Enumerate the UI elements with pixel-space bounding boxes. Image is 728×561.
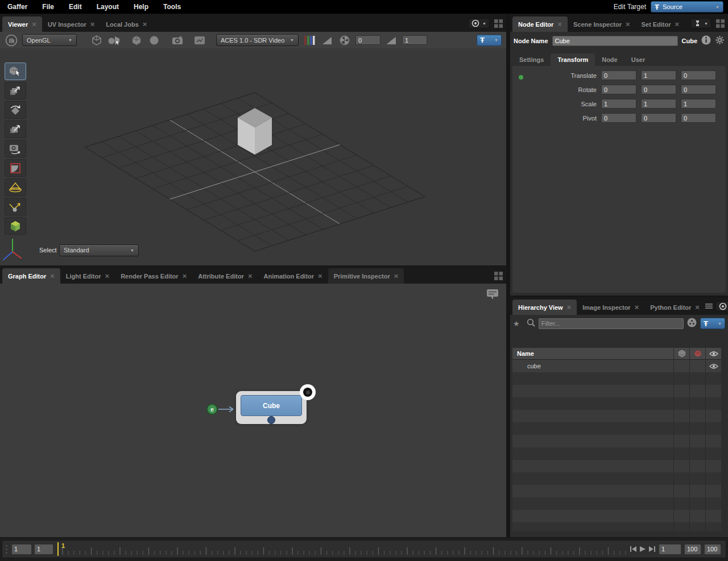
pivot-y-input[interactable] bbox=[641, 113, 676, 123]
tab-scene-inspector[interactable]: Scene Inspector × bbox=[568, 16, 636, 32]
tab-local-jobs[interactable]: Local Jobs × bbox=[100, 16, 152, 32]
unbound-column-header[interactable] bbox=[689, 348, 705, 359]
node-selection-frame[interactable]: Cube bbox=[236, 391, 307, 424]
tab-viewer[interactable]: Viewer × bbox=[2, 16, 42, 32]
rotate-x-input[interactable] bbox=[601, 85, 636, 94]
exposure-input[interactable] bbox=[355, 35, 380, 45]
skip-to-start-button[interactable] bbox=[630, 545, 637, 553]
annotation-bubble-icon[interactable] bbox=[486, 288, 499, 303]
translate-y-input[interactable] bbox=[641, 70, 676, 80]
close-icon[interactable]: × bbox=[50, 272, 55, 280]
tab-node-editor[interactable]: Node Editor × bbox=[512, 16, 568, 32]
camera-icon[interactable] bbox=[171, 34, 184, 47]
section-tab-transform[interactable]: Transform bbox=[551, 53, 595, 66]
tab-python-editor[interactable]: Python Editor × bbox=[644, 300, 705, 315]
close-icon[interactable]: × bbox=[695, 304, 700, 311]
playback-start-input[interactable] bbox=[34, 544, 53, 555]
light-edit-tool-button[interactable] bbox=[5, 198, 26, 215]
light-tool-button[interactable] bbox=[5, 178, 26, 196]
filter-input[interactable] bbox=[539, 318, 684, 329]
tab-image-inspector[interactable]: Image Inspector × bbox=[577, 300, 644, 315]
close-icon[interactable]: × bbox=[675, 20, 679, 28]
tab-render-pass-editor[interactable]: Render Pass Editor × bbox=[115, 268, 192, 284]
close-icon[interactable]: × bbox=[183, 272, 187, 280]
range-start-input[interactable] bbox=[11, 544, 32, 555]
gamma-input[interactable] bbox=[402, 35, 427, 45]
translate-x-input[interactable] bbox=[601, 70, 636, 80]
visibility-column-header[interactable] bbox=[705, 348, 721, 359]
viewer-target-menu[interactable]: ▼ bbox=[468, 18, 490, 28]
solid-cube-icon[interactable] bbox=[130, 34, 143, 47]
hierarchy-row-cube[interactable]: cube bbox=[512, 360, 721, 372]
close-icon[interactable]: × bbox=[635, 304, 639, 311]
info-icon[interactable] bbox=[701, 35, 711, 47]
tab-animation-editor[interactable]: Animation Editor × bbox=[258, 268, 328, 284]
tab-set-editor[interactable]: Set Editor × bbox=[636, 16, 685, 32]
close-icon[interactable]: × bbox=[567, 304, 572, 311]
list-menu-icon[interactable] bbox=[705, 301, 713, 311]
gear-icon[interactable] bbox=[715, 35, 725, 47]
current-frame-input[interactable] bbox=[659, 544, 681, 555]
filter-settings-icon[interactable] bbox=[687, 318, 697, 330]
node-graph-canvas[interactable]: e Cube bbox=[0, 284, 506, 537]
channel-bars-icon[interactable] bbox=[303, 34, 316, 47]
bound-column-header[interactable] bbox=[673, 348, 689, 359]
renderer-dropdown[interactable]: OpenGL ▼ bbox=[22, 34, 77, 46]
playback-end-input[interactable] bbox=[684, 544, 701, 555]
viewport-3d[interactable]: Select Standard ▼ bbox=[0, 48, 506, 265]
node-name-input[interactable] bbox=[552, 36, 678, 46]
close-icon[interactable]: × bbox=[626, 20, 630, 28]
node-output-plug[interactable] bbox=[267, 416, 275, 424]
range-end-input[interactable] bbox=[704, 544, 721, 555]
scale-x-input[interactable] bbox=[601, 99, 636, 109]
menu-layout[interactable]: Layout bbox=[89, 0, 126, 14]
menu-edit[interactable]: Edit bbox=[61, 0, 89, 14]
shaded-select-mode-icon[interactable] bbox=[107, 34, 121, 47]
cube-node[interactable]: Cube bbox=[241, 395, 302, 416]
close-icon[interactable]: × bbox=[105, 272, 110, 280]
close-icon[interactable]: × bbox=[318, 272, 322, 280]
aperture-icon[interactable] bbox=[338, 34, 351, 47]
drag-handle-icon[interactable] bbox=[3, 545, 9, 554]
tab-primitive-inspector[interactable]: Primitive Inspector × bbox=[328, 268, 404, 284]
scene-cube-tool-button[interactable] bbox=[5, 217, 26, 235]
gamma-curve-icon[interactable] bbox=[384, 34, 398, 47]
close-icon[interactable]: × bbox=[32, 20, 36, 28]
menu-help[interactable]: Help bbox=[126, 0, 156, 14]
select-tool-button[interactable] bbox=[5, 63, 26, 80]
tab-attribute-editor[interactable]: Attribute Editor × bbox=[192, 268, 258, 284]
close-icon[interactable]: × bbox=[143, 20, 147, 28]
image-view-icon[interactable] bbox=[193, 34, 206, 47]
frame-ruler[interactable]: 1 bbox=[56, 541, 630, 558]
tab-hierarchy-view[interactable]: Hierarchy View × bbox=[512, 300, 577, 315]
layout-grid-icon[interactable] bbox=[494, 19, 503, 28]
viewer-edit-scope-button[interactable]: Ŧ ▼ bbox=[477, 35, 502, 46]
menu-file[interactable]: File bbox=[35, 0, 61, 14]
sphere-shading-icon[interactable] bbox=[147, 34, 161, 47]
close-icon[interactable]: × bbox=[90, 20, 95, 28]
play-button[interactable] bbox=[639, 545, 646, 553]
exposure-triangle-icon[interactable] bbox=[320, 34, 334, 47]
visibility-toggle[interactable] bbox=[705, 360, 721, 372]
edit-target-dropdown[interactable]: Ŧ Source ▼ bbox=[651, 1, 723, 13]
star-icon[interactable]: ★ bbox=[513, 319, 520, 328]
menu-tools[interactable]: Tools bbox=[156, 0, 188, 14]
scale-tool-button[interactable] bbox=[5, 120, 26, 138]
translate-z-input[interactable] bbox=[681, 70, 716, 80]
skip-to-end-button[interactable] bbox=[648, 545, 655, 553]
select-mode-dropdown[interactable]: Standard ▼ bbox=[59, 244, 139, 256]
focus-ring-toggle[interactable] bbox=[300, 384, 316, 400]
pan-hand-icon[interactable] bbox=[5, 34, 18, 47]
hierarchy-target-menu[interactable]: ▼ bbox=[715, 301, 728, 311]
pivot-x-input[interactable] bbox=[601, 113, 636, 123]
layout-grid-icon[interactable] bbox=[716, 19, 725, 28]
tab-graph-editor[interactable]: Graph Editor × bbox=[2, 268, 60, 284]
expression-badge[interactable]: e bbox=[206, 404, 218, 415]
section-tab-settings[interactable]: Settings bbox=[512, 53, 551, 66]
node-editor-mode-menu[interactable]: ▼ bbox=[690, 18, 712, 28]
pivot-z-input[interactable] bbox=[681, 113, 716, 123]
camera-tool-button[interactable] bbox=[5, 140, 26, 157]
crop-window-tool-button[interactable] bbox=[5, 159, 26, 177]
section-tab-user[interactable]: User bbox=[624, 53, 652, 66]
close-icon[interactable]: × bbox=[557, 20, 562, 28]
